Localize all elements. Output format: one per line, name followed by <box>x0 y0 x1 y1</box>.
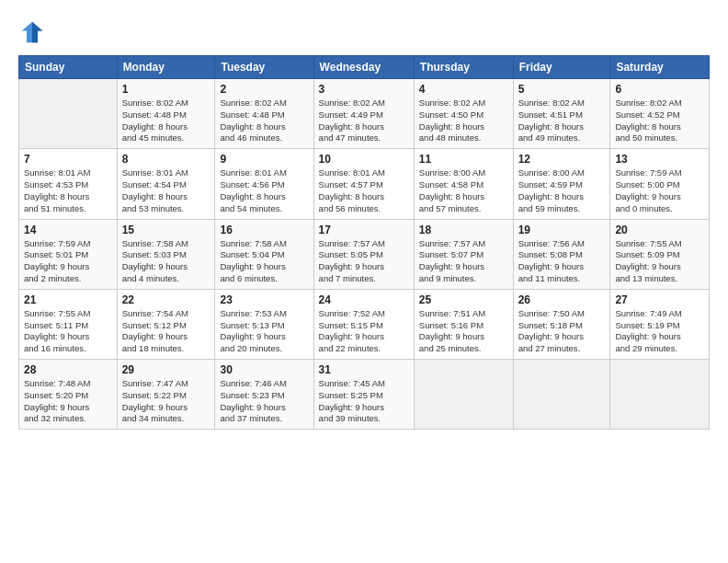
calendar-cell: 30Sunrise: 7:46 AMSunset: 5:23 PMDayligh… <box>215 360 313 430</box>
calendar-cell: 13Sunrise: 7:59 AMSunset: 5:00 PMDayligh… <box>610 149 710 219</box>
calendar-cell: 1Sunrise: 8:02 AMSunset: 4:48 PMDaylight… <box>117 79 215 149</box>
calendar-cell: 9Sunrise: 8:01 AMSunset: 4:56 PMDaylight… <box>215 149 313 219</box>
day-number: 12 <box>518 153 606 166</box>
day-info: Sunrise: 8:01 AMSunset: 4:53 PMDaylight:… <box>24 167 112 214</box>
week-row-3: 21Sunrise: 7:55 AMSunset: 5:11 PMDayligh… <box>19 289 710 359</box>
day-info: Sunrise: 7:52 AMSunset: 5:15 PMDaylight:… <box>319 308 409 355</box>
day-number: 16 <box>220 224 308 236</box>
day-number: 30 <box>220 363 308 376</box>
logo <box>18 18 50 46</box>
calendar-cell: 2Sunrise: 8:02 AMSunset: 4:48 PMDaylight… <box>215 79 313 149</box>
week-row-0: 1Sunrise: 8:02 AMSunset: 4:48 PMDaylight… <box>19 79 710 149</box>
day-number: 22 <box>122 293 210 306</box>
calendar-cell <box>414 360 513 430</box>
day-number: 19 <box>518 224 606 236</box>
day-info: Sunrise: 8:02 AMSunset: 4:50 PMDaylight:… <box>419 98 508 144</box>
day-info: Sunrise: 8:01 AMSunset: 4:54 PMDaylight:… <box>122 167 210 214</box>
day-number: 18 <box>419 224 508 236</box>
day-number: 8 <box>122 153 210 166</box>
calendar-cell <box>513 360 610 430</box>
calendar-cell: 18Sunrise: 7:57 AMSunset: 5:07 PMDayligh… <box>414 219 513 289</box>
logo-icon <box>18 18 46 46</box>
svg-marker-1 <box>32 22 42 43</box>
day-number: 21 <box>24 293 112 306</box>
calendar-cell: 8Sunrise: 8:01 AMSunset: 4:54 PMDaylight… <box>117 149 215 219</box>
day-info: Sunrise: 8:02 AMSunset: 4:51 PMDaylight:… <box>518 98 606 144</box>
day-info: Sunrise: 8:00 AMSunset: 4:58 PMDaylight:… <box>419 167 508 214</box>
day-info: Sunrise: 8:00 AMSunset: 4:59 PMDaylight:… <box>518 167 606 214</box>
day-number: 10 <box>319 153 409 166</box>
day-info: Sunrise: 7:45 AMSunset: 5:25 PMDaylight:… <box>319 378 409 425</box>
day-number: 28 <box>24 363 112 376</box>
day-info: Sunrise: 7:46 AMSunset: 5:23 PMDaylight:… <box>220 378 308 425</box>
day-info: Sunrise: 7:54 AMSunset: 5:12 PMDaylight:… <box>122 308 210 355</box>
col-header-wednesday: Wednesday <box>313 56 414 79</box>
day-number: 4 <box>419 83 508 96</box>
day-info: Sunrise: 8:02 AMSunset: 4:52 PMDaylight:… <box>615 98 704 144</box>
day-info: Sunrise: 7:59 AMSunset: 5:01 PMDaylight:… <box>24 238 112 285</box>
day-number: 13 <box>615 153 704 166</box>
day-number: 3 <box>319 83 409 96</box>
calendar-cell: 12Sunrise: 8:00 AMSunset: 4:59 PMDayligh… <box>513 149 610 219</box>
day-info: Sunrise: 7:58 AMSunset: 5:03 PMDaylight:… <box>122 238 210 285</box>
day-info: Sunrise: 8:02 AMSunset: 4:48 PMDaylight:… <box>122 98 210 144</box>
calendar-cell <box>19 79 118 149</box>
day-number: 17 <box>319 224 409 236</box>
col-header-thursday: Thursday <box>414 56 513 79</box>
col-header-sunday: Sunday <box>19 56 118 79</box>
calendar-cell: 19Sunrise: 7:56 AMSunset: 5:08 PMDayligh… <box>513 219 610 289</box>
day-number: 14 <box>24 224 112 236</box>
calendar-cell: 23Sunrise: 7:53 AMSunset: 5:13 PMDayligh… <box>215 289 313 359</box>
calendar-header-row: SundayMondayTuesdayWednesdayThursdayFrid… <box>19 56 710 79</box>
calendar-cell: 4Sunrise: 8:02 AMSunset: 4:50 PMDaylight… <box>414 79 513 149</box>
day-info: Sunrise: 7:47 AMSunset: 5:22 PMDaylight:… <box>122 378 210 425</box>
day-info: Sunrise: 7:56 AMSunset: 5:08 PMDaylight:… <box>518 238 606 285</box>
calendar-cell: 17Sunrise: 7:57 AMSunset: 5:05 PMDayligh… <box>313 219 414 289</box>
day-info: Sunrise: 7:49 AMSunset: 5:19 PMDaylight:… <box>615 308 704 355</box>
calendar-cell: 5Sunrise: 8:02 AMSunset: 4:51 PMDaylight… <box>513 79 610 149</box>
day-info: Sunrise: 7:51 AMSunset: 5:16 PMDaylight:… <box>419 308 508 355</box>
col-header-friday: Friday <box>513 56 610 79</box>
calendar-cell: 15Sunrise: 7:58 AMSunset: 5:03 PMDayligh… <box>117 219 215 289</box>
page: SundayMondayTuesdayWednesdayThursdayFrid… <box>0 0 728 563</box>
day-info: Sunrise: 7:57 AMSunset: 5:07 PMDaylight:… <box>419 238 508 285</box>
calendar-cell: 27Sunrise: 7:49 AMSunset: 5:19 PMDayligh… <box>610 289 710 359</box>
day-number: 6 <box>615 83 704 96</box>
calendar-cell: 20Sunrise: 7:55 AMSunset: 5:09 PMDayligh… <box>610 219 710 289</box>
day-number: 25 <box>419 293 508 306</box>
day-number: 7 <box>24 153 112 166</box>
calendar-table: SundayMondayTuesdayWednesdayThursdayFrid… <box>18 55 710 430</box>
calendar-cell <box>610 360 710 430</box>
day-info: Sunrise: 8:02 AMSunset: 4:48 PMDaylight:… <box>220 98 308 144</box>
day-number: 1 <box>122 83 210 96</box>
calendar-cell: 16Sunrise: 7:58 AMSunset: 5:04 PMDayligh… <box>215 219 313 289</box>
calendar-cell: 7Sunrise: 8:01 AMSunset: 4:53 PMDaylight… <box>19 149 118 219</box>
day-number: 15 <box>122 224 210 236</box>
day-number: 2 <box>220 83 308 96</box>
day-info: Sunrise: 8:01 AMSunset: 4:57 PMDaylight:… <box>319 167 409 214</box>
day-number: 23 <box>220 293 308 306</box>
calendar-cell: 31Sunrise: 7:45 AMSunset: 5:25 PMDayligh… <box>313 360 414 430</box>
day-number: 24 <box>319 293 409 306</box>
day-number: 27 <box>615 293 704 306</box>
calendar-cell: 6Sunrise: 8:02 AMSunset: 4:52 PMDaylight… <box>610 79 710 149</box>
week-row-4: 28Sunrise: 7:48 AMSunset: 5:20 PMDayligh… <box>19 360 710 430</box>
header <box>18 18 710 46</box>
day-number: 9 <box>220 153 308 166</box>
calendar-cell: 22Sunrise: 7:54 AMSunset: 5:12 PMDayligh… <box>117 289 215 359</box>
calendar-cell: 3Sunrise: 8:02 AMSunset: 4:49 PMDaylight… <box>313 79 414 149</box>
col-header-monday: Monday <box>117 56 215 79</box>
day-info: Sunrise: 8:01 AMSunset: 4:56 PMDaylight:… <box>220 167 308 214</box>
day-info: Sunrise: 7:57 AMSunset: 5:05 PMDaylight:… <box>319 238 409 285</box>
week-row-1: 7Sunrise: 8:01 AMSunset: 4:53 PMDaylight… <box>19 149 710 219</box>
calendar-cell: 25Sunrise: 7:51 AMSunset: 5:16 PMDayligh… <box>414 289 513 359</box>
calendar-cell: 10Sunrise: 8:01 AMSunset: 4:57 PMDayligh… <box>313 149 414 219</box>
day-number: 11 <box>419 153 508 166</box>
day-number: 20 <box>615 224 704 236</box>
day-info: Sunrise: 7:59 AMSunset: 5:00 PMDaylight:… <box>615 167 704 214</box>
day-number: 29 <box>122 363 210 376</box>
calendar-cell: 26Sunrise: 7:50 AMSunset: 5:18 PMDayligh… <box>513 289 610 359</box>
day-info: Sunrise: 7:55 AMSunset: 5:11 PMDaylight:… <box>24 308 112 355</box>
calendar-cell: 24Sunrise: 7:52 AMSunset: 5:15 PMDayligh… <box>313 289 414 359</box>
day-number: 26 <box>518 293 606 306</box>
